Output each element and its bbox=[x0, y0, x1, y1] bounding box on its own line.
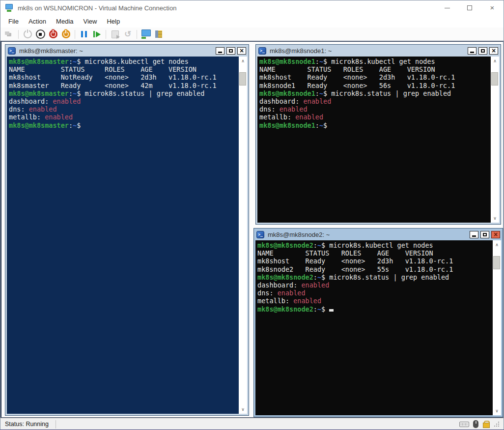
terminal-body: mk8s@mk8snode1:~$ microk8s.kubectl get n… bbox=[257, 57, 499, 223]
app-titlebar: mk8s on WSLNOMICRON - Virtual Machine Co… bbox=[0, 0, 504, 15]
terminal-line: dns: enabled bbox=[257, 289, 493, 297]
terminal-line: NAME STATUS ROLES AGE VERSION bbox=[257, 249, 493, 257]
terminal-scrollbar[interactable]: ∧ ∨ bbox=[493, 240, 501, 415]
terminal-line: mk8snode1 Ready <none> 56s v1.18.0-rc.1 bbox=[259, 82, 491, 89]
scrollbar-thumb[interactable] bbox=[493, 256, 500, 269]
statusbar: Status: Running bbox=[0, 418, 504, 430]
terminal-line: dashboard: enabled bbox=[259, 97, 491, 105]
terminal-title: mk8s@mk8smaster: ~ bbox=[19, 47, 83, 55]
terminal-icon bbox=[256, 231, 264, 238]
toolbar bbox=[0, 28, 504, 41]
terminal-line: mk8s@mk8snode2:~$ microk8s.status | grep… bbox=[257, 273, 493, 281]
scrollbar-thumb[interactable] bbox=[491, 72, 498, 86]
vm-connection-window: mk8s on WSLNOMICRON - Virtual Machine Co… bbox=[0, 0, 504, 430]
close-button[interactable]: × bbox=[481, 0, 504, 15]
terminal-window-mk8snode1: mk8s@mk8snode1: ~ mk8s@mk8snode1:~$ micr… bbox=[255, 44, 501, 225]
terminal-icon bbox=[258, 47, 266, 55]
terminal-maximize-button[interactable] bbox=[480, 231, 489, 238]
scrollbar-thumb[interactable] bbox=[239, 72, 246, 86]
statusbar-icons bbox=[459, 420, 501, 428]
menu-view[interactable]: View bbox=[79, 16, 102, 27]
mouse-icon bbox=[473, 420, 478, 428]
vm-display-area: mk8s@mk8smaster: ~ mk8s@mk8smaster:~$ mi… bbox=[0, 41, 504, 418]
share-icon[interactable] bbox=[152, 29, 165, 40]
shut-down-icon[interactable] bbox=[47, 29, 59, 40]
terminal-line: mk8s@mk8snode1:~$ bbox=[259, 121, 491, 129]
terminal-line: mk8shost Ready <none> 2d3h v1.18.0-rc.1 bbox=[257, 257, 493, 265]
terminal-content[interactable]: mk8s@mk8smaster:~$ microk8s.kubectl get … bbox=[7, 57, 239, 414]
statusbar-divider bbox=[56, 420, 56, 429]
hyperv-app-icon bbox=[5, 4, 14, 12]
terminal-titlebar[interactable]: mk8s@mk8snode1: ~ bbox=[257, 45, 499, 57]
terminal-line: mk8s@mk8snode1:~$ microk8s.status | grep… bbox=[259, 89, 491, 97]
terminal-line: mk8s@mk8snode2:~$ bbox=[257, 305, 493, 313]
terminal-line: metallb: enabled bbox=[259, 113, 491, 121]
menubar: FileActionMediaViewHelp bbox=[0, 15, 504, 28]
menu-media[interactable]: Media bbox=[51, 16, 78, 27]
menu-help[interactable]: Help bbox=[102, 16, 125, 27]
terminal-line: metallb: enabled bbox=[9, 113, 239, 121]
terminal-line: mk8s@mk8smaster:~$ microk8s.kubectl get … bbox=[9, 57, 239, 65]
start-icon bbox=[21, 29, 34, 40]
minimize-button[interactable] bbox=[436, 0, 458, 15]
terminal-line: mk8s@mk8snode1:~$ microk8s.kubectl get n… bbox=[259, 57, 491, 65]
terminal-line: metallb: enabled bbox=[257, 297, 493, 305]
terminal-window-buttons bbox=[470, 231, 500, 238]
terminal-cursor bbox=[329, 309, 334, 312]
terminal-line: mk8smaster Ready <none> 42m v1.18.0-rc.1 bbox=[9, 82, 239, 89]
terminal-window-buttons bbox=[468, 47, 498, 55]
terminal-line: mk8shost Ready <none> 2d3h v1.18.0-rc.1 bbox=[259, 73, 491, 81]
scroll-up-arrow-icon[interactable]: ∧ bbox=[491, 57, 499, 65]
terminal-line: dashboard: enabled bbox=[257, 281, 493, 289]
maximize-button[interactable] bbox=[458, 0, 481, 15]
terminal-line: NAME STATUS ROLES AGE VERSION bbox=[259, 65, 491, 73]
terminal-minimize-button[interactable] bbox=[216, 47, 224, 55]
scroll-down-arrow-icon[interactable]: ∨ bbox=[493, 407, 501, 415]
lock-icon bbox=[482, 421, 489, 428]
terminal-line: dns: enabled bbox=[9, 105, 239, 113]
menu-file[interactable]: File bbox=[3, 16, 24, 27]
reset-icon[interactable] bbox=[90, 29, 103, 40]
toolbar-separator bbox=[106, 30, 106, 39]
terminal-maximize-button[interactable] bbox=[226, 47, 235, 55]
scroll-down-arrow-icon[interactable]: ∨ bbox=[239, 405, 247, 413]
terminal-scrollbar[interactable]: ∧ ∨ bbox=[491, 57, 499, 223]
terminal-line: mk8s@mk8snode2:~$ microk8s.kubectl get n… bbox=[257, 241, 493, 249]
app-title: mk8s on WSLNOMICRON - Virtual Machine Co… bbox=[18, 4, 176, 12]
terminal-minimize-button[interactable] bbox=[468, 47, 476, 55]
terminal-close-button[interactable] bbox=[237, 47, 246, 55]
terminal-scrollbar[interactable]: ∧ ∨ bbox=[239, 57, 247, 414]
terminal-icon bbox=[8, 47, 16, 55]
terminal-content[interactable]: mk8s@mk8snode1:~$ microk8s.kubectl get n… bbox=[257, 57, 491, 223]
window-controls: × bbox=[436, 0, 504, 15]
terminal-line: mk8s@mk8smaster:~$ microk8s.status | gre… bbox=[9, 89, 239, 97]
resize-grip[interactable] bbox=[494, 421, 501, 428]
terminal-close-button[interactable] bbox=[491, 231, 500, 238]
toolbar-separator bbox=[137, 30, 137, 39]
enhanced-session-icon[interactable] bbox=[140, 29, 152, 40]
scroll-down-arrow-icon[interactable]: ∨ bbox=[491, 214, 499, 222]
terminal-minimize-button[interactable] bbox=[470, 231, 478, 238]
terminal-content[interactable]: mk8s@mk8snode2:~$ microk8s.kubectl get n… bbox=[255, 240, 493, 415]
pause-icon[interactable] bbox=[78, 29, 90, 40]
terminal-line: mk8snode2 Ready <none> 55s v1.18.0-rc.1 bbox=[257, 265, 493, 273]
terminal-window-buttons bbox=[216, 47, 246, 55]
scroll-up-arrow-icon[interactable]: ∧ bbox=[493, 241, 501, 249]
terminal-body: mk8s@mk8snode2:~$ microk8s.kubectl get n… bbox=[255, 240, 501, 415]
terminal-line: mk8shost NotReady <none> 2d3h v1.18.0-rc… bbox=[9, 73, 239, 81]
terminal-line: dashboard: enabled bbox=[9, 97, 239, 105]
terminal-line: NAME STATUS ROLES AGE VERSION bbox=[9, 65, 239, 73]
terminal-window-mk8smaster: mk8s@mk8smaster: ~ mk8s@mk8smaster:~$ mi… bbox=[5, 44, 249, 416]
keyboard-icon bbox=[459, 422, 469, 427]
toolbar-separator bbox=[75, 30, 75, 39]
turn-off-icon[interactable] bbox=[34, 29, 47, 40]
terminal-close-button[interactable] bbox=[489, 47, 498, 55]
terminal-window-mk8snode2: mk8s@mk8snode2: ~ mk8s@mk8snode2:~$ micr… bbox=[253, 228, 503, 417]
menu-action[interactable]: Action bbox=[24, 16, 51, 27]
terminal-titlebar[interactable]: mk8s@mk8snode2: ~ bbox=[255, 229, 501, 240]
terminal-titlebar[interactable]: mk8s@mk8smaster: ~ bbox=[7, 45, 247, 57]
terminal-title: mk8s@mk8snode1: ~ bbox=[270, 47, 332, 55]
terminal-maximize-button[interactable] bbox=[478, 47, 487, 55]
save-icon[interactable] bbox=[59, 29, 72, 40]
scroll-up-arrow-icon[interactable]: ∧ bbox=[239, 57, 247, 65]
